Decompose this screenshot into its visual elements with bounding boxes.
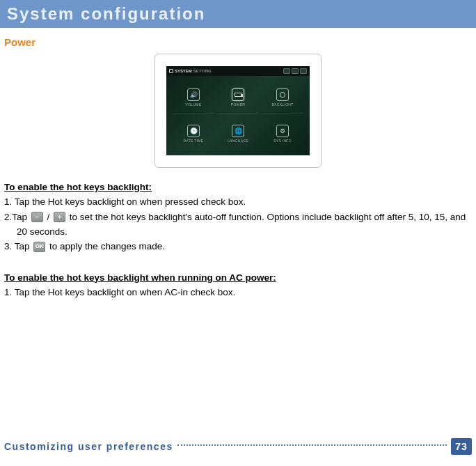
device-subtitle: SETTING xyxy=(193,69,212,73)
tile-label: BACKLIGHT xyxy=(271,102,293,107)
screenshot-frame: SYSTEM SETTING 🔊 VOLUME POWER BACKLIGHT xyxy=(154,54,322,168)
step-3-text-a: 3. Tap xyxy=(4,241,30,251)
page-number: 73 xyxy=(451,438,472,455)
tile-power: POWER xyxy=(218,81,258,114)
step-3-text-b: to apply the changes made. xyxy=(49,241,165,251)
subheading-enable-backlight: To enable the hot keys backlight: xyxy=(4,180,472,194)
tile-datetime: 🕒 DATE TIME xyxy=(173,118,214,150)
home-icon xyxy=(283,68,290,74)
mute-icon xyxy=(292,68,299,74)
tile-label: VOLUME xyxy=(186,102,202,107)
subheading-ac-power: To enable the hot keys backlight when ru… xyxy=(4,271,472,285)
tile-language: 🌐 LANGUAGE xyxy=(218,118,258,150)
tile-sysinfo: ⚙ SYS INFO xyxy=(262,118,303,150)
page-title: System configuration xyxy=(7,4,469,24)
clock-icon: 🕒 xyxy=(187,125,200,137)
footer-text: Customizing user preferences xyxy=(4,441,173,452)
system-icon xyxy=(169,69,173,73)
step-2-slash: / xyxy=(47,212,50,222)
speaker-icon: 🔊 xyxy=(187,88,200,101)
close-icon xyxy=(300,68,307,74)
device-screenshot: SYSTEM SETTING 🔊 VOLUME POWER BACKLIGHT xyxy=(166,66,310,155)
device-title: SYSTEM xyxy=(175,69,192,73)
battery-icon xyxy=(232,88,244,101)
tile-backlight: BACKLIGHT xyxy=(262,81,303,114)
device-grid: 🔊 VOLUME POWER BACKLIGHT 🕒 DATE TIME 🌐 L… xyxy=(166,76,310,155)
device-topbar-title: SYSTEM SETTING xyxy=(169,69,212,73)
step-4: 1. Tap the Hot keys backlight on when AC… xyxy=(4,286,472,300)
tile-volume: 🔊 VOLUME xyxy=(173,81,214,114)
bulb-icon xyxy=(276,88,289,101)
tile-label: LANGUAGE xyxy=(228,139,248,143)
gear-icon: ⚙ xyxy=(276,125,289,137)
step-2-text-a: 2.Tap xyxy=(4,212,27,222)
tile-label: POWER xyxy=(231,102,245,107)
step-2-cont: 20 seconds. xyxy=(4,225,472,239)
header-bar: System configuration xyxy=(0,0,476,28)
plus-icon: + xyxy=(54,212,65,222)
minus-icon: − xyxy=(31,212,43,222)
tile-label: DATE TIME xyxy=(184,139,204,143)
ok-icon: OK xyxy=(33,242,45,252)
footer: Customizing user preferences 73 xyxy=(0,438,476,455)
device-topbar: SYSTEM SETTING xyxy=(166,66,310,76)
step-1: 1. Tap the Hot keys backlight on when pr… xyxy=(4,195,472,209)
footer-dots xyxy=(177,444,447,446)
tile-label: SYS INFO xyxy=(273,139,292,143)
step-2: 2.Tap − / + to set the hot keys backligh… xyxy=(4,210,472,224)
step-3: 3. Tap OK to apply the changes made. xyxy=(4,240,472,254)
device-topbar-icons xyxy=(283,68,307,74)
globe-icon: 🌐 xyxy=(232,125,244,137)
step-2-text-c: to set the hot keys backlight's auto-off… xyxy=(70,212,466,222)
body-content: To enable the hot keys backlight: 1. Tap… xyxy=(0,180,476,300)
section-label: Power xyxy=(4,36,476,48)
